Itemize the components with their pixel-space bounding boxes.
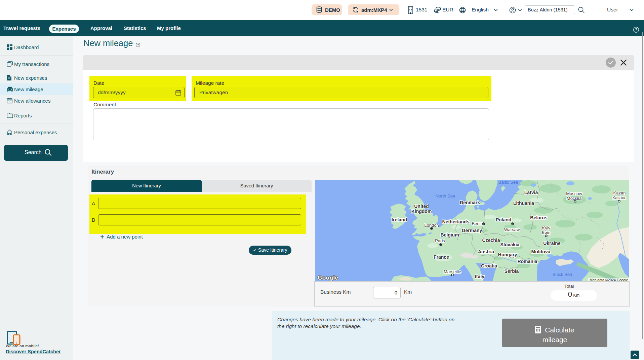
svg-text:Serbia: Serbia <box>505 268 519 274</box>
svg-text:United: United <box>414 204 429 209</box>
svg-text:Moldova: Moldova <box>531 249 551 254</box>
svg-text:Marseille: Marseille <box>444 269 461 274</box>
svg-text:Paris: Paris <box>435 238 445 243</box>
svg-text:Казань: Казань <box>612 195 627 200</box>
svg-text:Lithuania: Lithuania <box>513 201 534 206</box>
svg-text:Italy: Italy <box>475 274 484 279</box>
svg-text:Kyiv: Kyiv <box>542 225 551 230</box>
svg-text:Germany: Germany <box>462 228 482 233</box>
svg-text:Berlin: Berlin <box>472 221 483 226</box>
svg-text:Київ: Київ <box>542 230 550 235</box>
svg-text:Hungary: Hungary <box>498 252 517 257</box>
svg-text:Latvia: Latvia <box>524 190 538 195</box>
svg-text:Ireland: Ireland <box>392 217 407 222</box>
svg-text:Google: Google <box>318 275 338 281</box>
svg-text:Kazan: Kazan <box>613 190 626 195</box>
svg-text:Kingdom: Kingdom <box>411 209 432 214</box>
svg-text:Москва: Москва <box>567 196 582 201</box>
svg-text:Black Sea: Black Sea <box>553 272 572 277</box>
svg-text:Moscow: Moscow <box>566 191 582 196</box>
svg-text:Czechia: Czechia <box>482 238 500 243</box>
svg-text:London: London <box>424 223 439 228</box>
svg-text:France: France <box>434 254 449 260</box>
svg-text:Croatia: Croatia <box>481 263 497 268</box>
svg-text:Netherlands: Netherlands <box>442 219 470 224</box>
svg-text:Romania: Romania <box>517 259 537 264</box>
svg-text:Denmark: Denmark <box>460 200 480 205</box>
svg-text:Baltic Sea: Baltic Sea <box>498 180 518 185</box>
svg-text:Poland: Poland <box>496 217 512 222</box>
svg-text:Belgium: Belgium <box>440 232 459 238</box>
svg-text:Ukraine: Ukraine <box>543 241 561 246</box>
svg-text:Slovakia: Slovakia <box>500 242 520 247</box>
svg-text:Warsaw: Warsaw <box>504 227 520 232</box>
svg-text:Austria: Austria <box>478 249 494 254</box>
svg-text:North Sea: North Sea <box>436 193 455 199</box>
svg-text:Belarus: Belarus <box>530 215 548 220</box>
